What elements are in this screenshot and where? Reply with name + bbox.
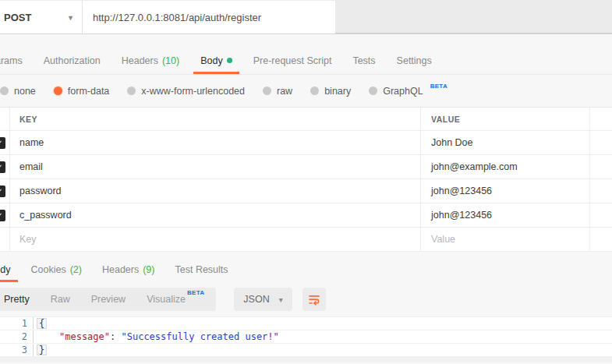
checkbox-checked-icon[interactable]: ✓ [0,161,5,173]
tab-authorization[interactable]: Authorization [44,47,101,74]
radio-icon [310,87,319,95]
key-cell[interactable]: name [10,131,421,154]
tab-settings[interactable]: Settings [397,47,432,74]
table-row: ✓ email john@example.com [0,155,612,179]
view-raw[interactable]: Raw [51,294,70,305]
close-brace[interactable]: } [37,345,47,355]
form-data-table: KEY VALUE ✓ name John Doe ✓ email john@e… [0,107,612,252]
view-pretty[interactable]: Pretty [4,294,30,305]
key-column-header: KEY [10,108,421,130]
mode-none[interactable]: none [0,86,36,97]
key-cell[interactable]: password [10,179,421,203]
request-url-bar: POST ▾ http://127.0.0.1:8081/api/auth/re… [0,0,612,34]
line-number: 1 [0,317,34,330]
method-label: POST [4,12,31,23]
value-cell[interactable]: john@123456 [421,179,590,203]
scroll-track[interactable] [0,357,612,362]
table-header-row: KEY VALUE [0,108,612,131]
body-mode-row: none form-data x-www-form-urlencoded raw… [0,75,612,107]
tab-body[interactable]: Body [200,47,232,74]
code-line: 3 } [0,344,612,357]
wrap-text-button[interactable] [302,288,326,311]
wrap-text-icon [307,292,321,306]
format-dropdown[interactable]: JSON ▾ [234,288,292,311]
url-bar-spacer [335,1,612,34]
radio-icon [263,87,271,95]
code-line: 1 { [0,317,612,330]
key-cell[interactable]: c_password [10,203,421,227]
json-string-value: "Successfully created user!" [121,331,278,342]
value-cell[interactable]: john@example.com [421,155,590,178]
value-input-placeholder[interactable]: Value [421,228,590,251]
response-tabs: Body Cookies (2) Headers (9) Test Result… [0,257,612,282]
value-column-header: VALUE [421,108,590,130]
url-input[interactable]: http://127.0.0.1:8081/api/auth/register [83,1,335,34]
view-switcher: Pretty Raw Preview Visualize BETA [0,288,216,311]
radio-selected-icon [54,87,62,95]
tab-pre-request-script[interactable]: Pre-request Script [253,47,332,74]
view-visualize[interactable]: Visualize BETA [147,294,204,305]
value-cell[interactable]: john@123456 [421,203,590,227]
response-headers-count-badge: (9) [143,264,154,275]
method-dropdown[interactable]: POST ▾ [0,1,83,34]
line-number: 2 [0,330,34,343]
tab-params[interactable]: arams [0,47,23,74]
radio-icon [0,87,9,95]
tab-headers[interactable]: Headers (10) [122,47,179,74]
radio-icon [369,87,377,95]
line-number: 3 [0,344,34,356]
beta-badge: BETA [187,289,204,296]
open-brace[interactable]: { [37,318,47,329]
checkbox-checked-icon[interactable]: ✓ [0,210,5,221]
green-dot-icon [227,58,232,63]
table-row: ✓ name John Doe [0,131,612,155]
postman-window: POST ▾ http://127.0.0.1:8081/api/auth/re… [0,0,612,364]
chevron-down-icon: ▾ [69,13,73,22]
response-toolbar: Pretty Raw Preview Visualize BETA JSON ▾ [0,282,612,316]
json-key: "message" [59,331,110,342]
key-input-placeholder[interactable]: Key [10,228,421,251]
headers-count-badge: (10) [162,55,179,66]
response-tab-body[interactable]: Body [0,257,11,282]
cookies-count-badge: (2) [70,264,82,275]
table-row: ✓ password john@123456 [0,179,612,203]
mode-x-www-form-urlencoded[interactable]: x-www-form-urlencoded [127,86,245,97]
checkbox-checked-icon[interactable]: ✓ [0,137,5,149]
mode-raw[interactable]: raw [263,86,292,97]
mode-form-data[interactable]: form-data [54,86,110,97]
beta-badge: BETA [430,83,448,90]
code-line: 2 "message" : "Successfully created user… [0,330,612,344]
key-cell[interactable]: email [10,155,421,178]
checkbox-checked-icon[interactable]: ✓ [0,186,5,197]
tab-tests[interactable]: Tests [352,47,375,74]
response-tab-headers[interactable]: Headers (9) [102,257,155,282]
response-body-viewer[interactable]: 1 { 2 "message" : "Successfully created … [0,316,612,362]
chevron-down-icon: ▾ [279,295,283,304]
request-tabs: arams Authorization Headers (10) Body Pr… [0,47,612,75]
table-row: ✓ c_password john@123456 [0,203,612,228]
mode-binary[interactable]: binary [310,86,351,97]
table-row-empty: Key Value [0,228,612,252]
response-tab-cookies[interactable]: Cookies (2) [31,257,82,282]
view-preview[interactable]: Preview [91,294,126,305]
response-tab-test-results[interactable]: Test Results [175,257,228,282]
radio-icon [127,87,136,95]
mode-graphql[interactable]: GraphQL BETA [369,86,448,97]
value-cell[interactable]: John Doe [421,131,590,154]
